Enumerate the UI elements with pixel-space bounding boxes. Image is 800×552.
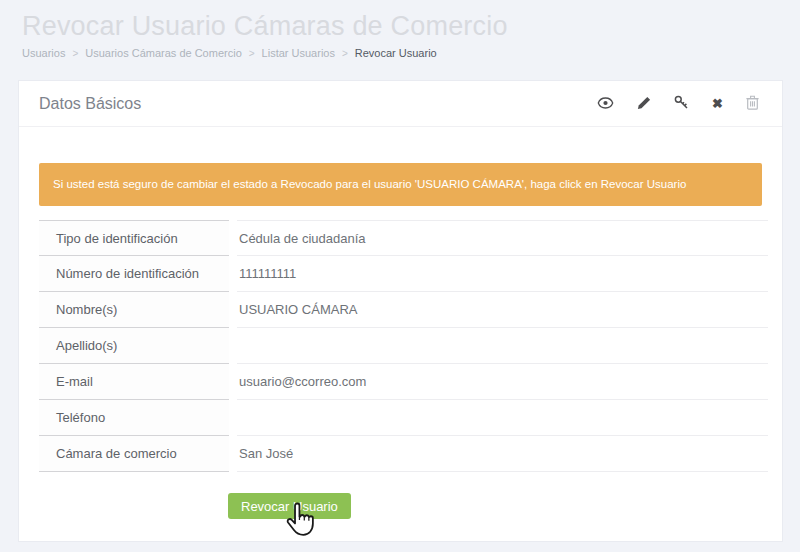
- page-title: Revocar Usuario Cámaras de Comercio: [22, 10, 778, 42]
- field-value: [237, 328, 768, 364]
- trash-icon: [746, 95, 759, 112]
- field-value: [237, 400, 768, 436]
- table-row: E-mail usuario@ccorreo.com: [39, 364, 768, 400]
- revoke-warning-alert: Si usted está seguro de cambiar el estad…: [39, 163, 762, 206]
- datos-basicos-card: Datos Básicos: [18, 80, 783, 542]
- delete-button[interactable]: [743, 93, 762, 114]
- breadcrumb-item-listar-usuarios[interactable]: Listar Usuarios: [262, 47, 335, 59]
- breadcrumb: Usuarios > Usuarios Cámaras de Comercio …: [22, 47, 778, 59]
- table-row: Tipo de identificación Cédula de ciudada…: [39, 220, 768, 256]
- field-value: Cédula de ciudadanía: [237, 220, 768, 256]
- field-value: usuario@ccorreo.com: [237, 364, 768, 400]
- pencil-icon: [637, 96, 651, 112]
- field-value: 111111111: [237, 256, 768, 292]
- breadcrumb-item-revocar-usuario: Revocar Usuario: [355, 47, 437, 59]
- table-row: Nombre(s) USUARIO CÁMARA: [39, 292, 768, 328]
- view-button[interactable]: [594, 95, 617, 113]
- breadcrumb-item-usuarios-camaras[interactable]: Usuarios Cámaras de Comercio: [85, 47, 242, 59]
- user-fields-table: Tipo de identificación Cédula de ciudada…: [39, 220, 768, 472]
- action-area: Revocar Usuario: [19, 493, 782, 519]
- edit-button[interactable]: [634, 94, 654, 114]
- field-label: Apellido(s): [39, 328, 229, 364]
- field-label: Cámara de comercio: [39, 436, 229, 472]
- field-value: San José: [237, 436, 768, 472]
- revocar-usuario-button[interactable]: Revocar Usuario: [228, 493, 351, 519]
- table-row: Cámara de comercio San José: [39, 436, 768, 472]
- permissions-button[interactable]: [671, 93, 692, 114]
- breadcrumb-item-usuarios[interactable]: Usuarios: [22, 47, 65, 59]
- card-toolbar: ✖: [594, 93, 762, 114]
- eye-icon: [597, 97, 614, 111]
- field-value: USUARIO CÁMARA: [237, 292, 768, 328]
- deactivate-button[interactable]: ✖: [709, 95, 726, 112]
- field-label: Nombre(s): [39, 292, 229, 328]
- breadcrumb-separator: >: [72, 48, 78, 59]
- table-row: Apellido(s): [39, 328, 768, 364]
- card-header: Datos Básicos: [19, 81, 782, 127]
- page-header: Revocar Usuario Cámaras de Comercio Usua…: [0, 0, 800, 59]
- table-row: Número de identificación 111111111: [39, 256, 768, 292]
- x-icon: ✖: [712, 97, 723, 110]
- field-label: E-mail: [39, 364, 229, 400]
- field-label: Teléfono: [39, 400, 229, 436]
- field-label: Número de identificación: [39, 256, 229, 292]
- field-label: Tipo de identificación: [39, 220, 229, 256]
- card-title: Datos Básicos: [39, 95, 141, 113]
- breadcrumb-separator: >: [249, 48, 255, 59]
- breadcrumb-separator: >: [342, 48, 348, 59]
- key-icon: [674, 95, 689, 112]
- table-row: Teléfono: [39, 400, 768, 436]
